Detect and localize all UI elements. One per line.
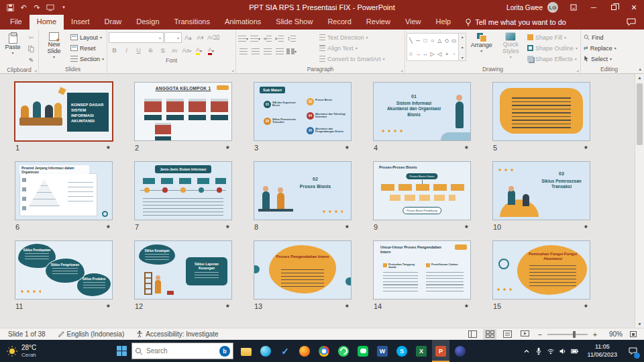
scrollbar-thumb[interactable]	[637, 83, 643, 145]
replace-button[interactable]: ⇄Replace▾	[582, 43, 618, 53]
transition-indicator-icon[interactable]: ★	[106, 224, 111, 230]
skype-icon[interactable]: S	[393, 340, 411, 362]
shape-icon[interactable]: ╲	[409, 38, 413, 44]
increase-indent-icon[interactable]: ▸	[274, 33, 285, 44]
normal-view-button[interactable]	[466, 329, 479, 340]
shape-icon[interactable]: ▭	[451, 38, 457, 44]
shape-outline-button[interactable]: Shape Outline▾	[526, 43, 579, 53]
tab-insert[interactable]: Insert	[64, 15, 97, 30]
decrease-indent-icon[interactable]: ◂	[262, 33, 273, 44]
transition-indicator-icon[interactable]: ★	[464, 303, 469, 309]
search-input[interactable]	[146, 347, 216, 355]
scroll-up-icon[interactable]: ▲	[637, 75, 642, 80]
powerpoint-icon[interactable]: P	[432, 340, 449, 362]
tell-me-box[interactable]: Tell me what you want to do	[465, 15, 566, 30]
shape-icon[interactable]: ◁	[437, 51, 441, 57]
transition-indicator-icon[interactable]: ★	[225, 224, 230, 230]
shape-icon[interactable]: ▷	[431, 51, 435, 57]
copy-icon[interactable]	[25, 44, 37, 54]
font-size-select[interactable]: ▾	[164, 32, 182, 43]
shape-fill-button[interactable]: Shape Fill▾	[526, 32, 579, 42]
slide-number[interactable]: 8	[254, 223, 258, 231]
slide-5-thumbnail[interactable]	[492, 82, 590, 141]
shape-gallery-scroll[interactable]: ▴▾▾	[458, 34, 466, 60]
slide-number[interactable]: 7	[135, 223, 139, 231]
ribbon-display-options-button[interactable]	[564, 0, 584, 15]
taskbar-search[interactable]: b	[131, 343, 233, 359]
chevron-up-icon[interactable]	[521, 340, 533, 362]
file-explorer-icon[interactable]	[237, 340, 255, 362]
slide-number[interactable]: 3	[254, 144, 258, 152]
shape-icon[interactable]: □	[423, 38, 427, 44]
tab-file[interactable]: File	[3, 15, 30, 30]
slide-indicator[interactable]: Slide 1 of 38	[4, 330, 50, 338]
tab-record[interactable]: Record	[320, 15, 358, 30]
undo-icon[interactable]: ↶	[17, 1, 30, 13]
tab-draw[interactable]: Draw	[97, 15, 129, 30]
tab-home[interactable]: Home	[30, 15, 64, 30]
shape-gallery[interactable]: ╲ ─ □ ○ △ ◇ ▭ ☆ → ↔ ▷ ◁ + ◦ ▴▾▾	[407, 33, 466, 61]
slide-number[interactable]: 15	[493, 302, 501, 310]
slide-7-thumbnail[interactable]: Jenis-Jenis Sistem Informasi	[134, 161, 232, 220]
slide-10-thumbnail[interactable]: 03Siklus Pemrosesan Transaksi	[492, 161, 590, 220]
qat-customize-icon[interactable]: ▾	[58, 1, 70, 13]
reset-button[interactable]: Reset	[69, 43, 105, 53]
tab-view[interactable]: View	[398, 15, 429, 30]
firefox-icon[interactable]	[296, 340, 313, 362]
convert-smartart-button[interactable]: Convert to SmartArt▾	[318, 54, 386, 64]
transition-indicator-icon[interactable]: ★	[106, 144, 111, 150]
quick-styles-button[interactable]: Quick Styles▾	[497, 31, 525, 59]
arrange-button[interactable]: Arrange▾	[468, 31, 495, 53]
slide-15-thumbnail[interactable]: Pemisahan Fungsi-Fungsi Akuntansi	[492, 240, 590, 300]
save-icon[interactable]	[4, 1, 16, 13]
font-name-select[interactable]: ▾	[109, 32, 164, 43]
slideshow-view-button[interactable]	[518, 329, 531, 340]
slide-3-thumbnail[interactable]: Sub Materi01SIA dan Organisasi Bisnis02P…	[254, 82, 352, 141]
columns-icon[interactable]: ▾	[286, 46, 297, 56]
to-do-icon[interactable]: ✓	[276, 340, 294, 362]
tab-help[interactable]: Help	[429, 15, 459, 30]
slide-2-thumbnail[interactable]: ANGGOTA KELOMPOK 1	[134, 82, 232, 141]
accessibility-button[interactable]: Accessibility: Investigate	[132, 330, 222, 338]
slide-number[interactable]: 11	[15, 302, 23, 310]
excel-icon[interactable]: X	[413, 340, 430, 362]
collapse-ribbon-icon[interactable]: ▴	[639, 66, 641, 72]
whatsapp-icon[interactable]	[335, 340, 352, 362]
wifi-icon[interactable]	[545, 340, 557, 362]
shape-effects-button[interactable]: Shape Effects▾	[526, 54, 579, 64]
drawing-dialog-launcher-icon[interactable]: ⌟	[576, 66, 579, 73]
shape-icon[interactable]: ☆	[409, 51, 413, 57]
change-case-button[interactable]: Aa▾	[181, 45, 193, 56]
shape-icon[interactable]: ◇	[445, 38, 449, 44]
layout-button[interactable]: Layout▾	[69, 32, 105, 42]
clipboard-dialog-launcher-icon[interactable]: ⌟	[34, 66, 37, 73]
slide-number[interactable]: 1	[15, 144, 19, 152]
language-button[interactable]: English (Indonesia)	[54, 330, 129, 338]
text-shadow-button[interactable]: S	[157, 45, 168, 56]
shape-icon[interactable]: ○	[431, 38, 434, 44]
line-icon[interactable]	[354, 340, 372, 362]
paragraph-dialog-launcher-icon[interactable]: ⌟	[400, 66, 403, 73]
strikethrough-button[interactable]: S	[145, 45, 156, 56]
zoom-in-button[interactable]: +	[590, 330, 600, 338]
tab-animations[interactable]: Animations	[217, 15, 268, 30]
line-spacing-icon[interactable]: ↕	[286, 33, 297, 44]
slide-number[interactable]: 5	[493, 144, 497, 152]
tab-review[interactable]: Review	[359, 15, 398, 30]
tab-transitions[interactable]: Transitions	[167, 15, 217, 30]
mic-icon[interactable]	[533, 340, 545, 362]
clear-formatting-icon[interactable]: A⌫	[207, 32, 221, 43]
font-dialog-launcher-icon[interactable]: ⌟	[231, 66, 234, 73]
slide-1-thumbnail[interactable]: KONSEP DASAR SISTEM INFORMASI AKUNTANSI	[15, 82, 113, 141]
align-center-icon[interactable]	[250, 46, 261, 56]
weather-widget[interactable]: 28°C Cerah	[0, 344, 111, 358]
cut-icon[interactable]: ✂	[25, 32, 37, 43]
slide-number[interactable]: 13	[254, 302, 262, 310]
bullets-icon[interactable]: ▾	[237, 33, 249, 44]
redo-icon[interactable]: ↷	[31, 1, 43, 13]
slide-13-thumbnail[interactable]: Proses Pengendalian Intern	[254, 240, 352, 300]
vertical-scrollbar[interactable]: ▲ ▼	[635, 74, 644, 328]
close-button[interactable]: ×	[624, 0, 644, 15]
bing-icon[interactable]: b	[219, 346, 230, 357]
chrome-icon[interactable]	[315, 340, 333, 362]
